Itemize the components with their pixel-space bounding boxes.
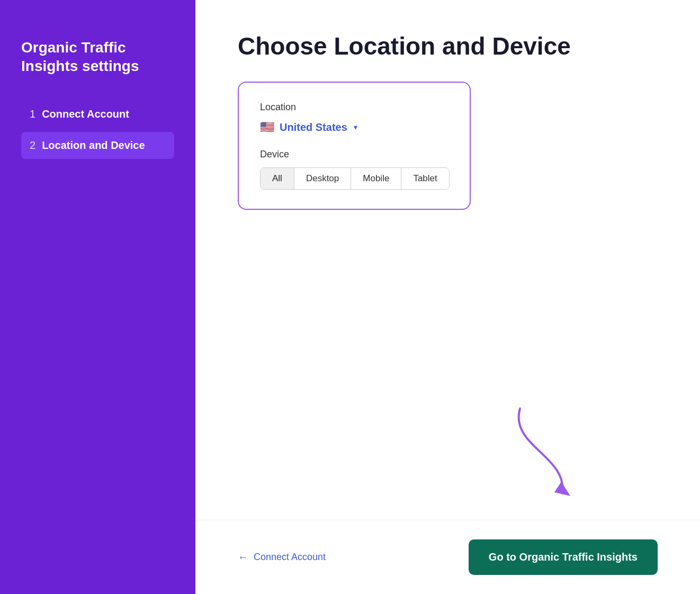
device-label: Device xyxy=(260,149,448,160)
settings-card: Location 🇺🇸 United States ▾ Device All D… xyxy=(238,82,471,210)
step-number-1: 1 xyxy=(30,108,35,120)
location-label: Location xyxy=(260,102,448,113)
location-selector[interactable]: 🇺🇸 United States ▾ xyxy=(260,120,448,134)
page-title: Choose Location and Device xyxy=(238,32,658,60)
bottom-bar: ← Connect Account Go to Organic Traffic … xyxy=(195,520,700,594)
device-button-group: All Desktop Mobile Tablet xyxy=(260,167,450,190)
sidebar-item-location-device[interactable]: 2 Location and Device xyxy=(21,132,174,159)
us-flag-icon: 🇺🇸 xyxy=(260,120,274,134)
step-label-location-device: Location and Device xyxy=(42,139,145,152)
device-btn-all[interactable]: All xyxy=(261,168,294,189)
device-btn-mobile[interactable]: Mobile xyxy=(351,168,401,189)
back-link-label: Connect Account xyxy=(254,552,326,563)
device-btn-tablet[interactable]: Tablet xyxy=(401,168,448,189)
main-content: Choose Location and Device Location 🇺🇸 U… xyxy=(195,0,700,594)
device-btn-desktop[interactable]: Desktop xyxy=(294,168,351,189)
location-value: United States xyxy=(280,121,347,134)
sidebar-item-connect-account[interactable]: 1 Connect Account xyxy=(21,101,174,128)
step-label-connect-account: Connect Account xyxy=(42,108,129,120)
sidebar: Organic Traffic Insights settings 1 Conn… xyxy=(0,0,195,594)
sidebar-nav: 1 Connect Account 2 Location and Device xyxy=(21,101,174,159)
go-to-insights-button[interactable]: Go to Organic Traffic Insights xyxy=(469,539,658,575)
sidebar-title: Organic Traffic Insights settings xyxy=(21,38,174,75)
svg-marker-0 xyxy=(554,482,570,496)
chevron-down-icon: ▾ xyxy=(354,123,357,131)
step-number-2: 2 xyxy=(30,139,35,152)
back-arrow-icon: ← xyxy=(238,551,248,563)
back-link[interactable]: ← Connect Account xyxy=(238,551,326,563)
arrow-annotation xyxy=(499,403,594,509)
